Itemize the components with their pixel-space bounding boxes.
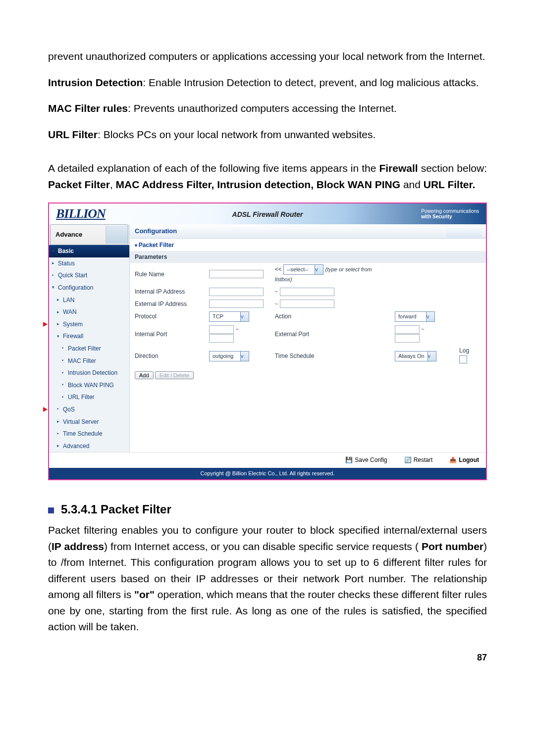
nav-virtual-server[interactable]: ▸Virtual Server	[49, 416, 129, 428]
external-port-to-input[interactable]	[395, 334, 420, 343]
nav-block-wan-ping[interactable]: •Block WAN PING	[49, 379, 129, 392]
header-illustration	[446, 225, 481, 238]
label-external-ip: External IP Address	[130, 298, 204, 310]
arrow-left-icon: <<	[275, 266, 282, 273]
protocol-select[interactable]: TCPv	[209, 311, 249, 322]
nav-time-schedule[interactable]: •Time Schedule	[49, 428, 129, 440]
page-number: 87	[48, 651, 487, 665]
label-action: Action	[270, 310, 390, 323]
internal-ip-from-input[interactable]	[209, 288, 264, 296]
label-internal-port: Internal Port	[130, 323, 204, 345]
paragraph-explain: A detailed explanation of each of the fo…	[48, 160, 487, 193]
time-schedule-select[interactable]: Always Onv	[395, 351, 436, 361]
paragraph-intro-cont: prevent unauthorized computers or applic…	[48, 49, 487, 65]
internal-port-to-input[interactable]	[209, 334, 234, 343]
nav-basic[interactable]: •Basic	[49, 245, 129, 257]
router-title: ADSL Firewall Router	[49, 209, 486, 220]
tab-illustration	[106, 226, 128, 244]
paragraph-mac: MAC Filter rules: Prevents unauthorized …	[48, 101, 487, 117]
configuration-bar: Configuration	[130, 224, 486, 239]
parameters-header: Parameters	[130, 251, 486, 263]
router-footer: 💾Save Config 🔄Restart 📤Logout	[49, 452, 486, 468]
external-port-from-input[interactable]	[395, 325, 420, 334]
chevron-down-icon: v	[240, 312, 249, 321]
rule-name-select[interactable]: --select--v	[283, 264, 323, 275]
save-icon: 💾	[345, 456, 353, 463]
copyright: Copyright @ Billion Electric Co., Ltd. A…	[49, 468, 486, 479]
label-external-port: External Port	[270, 323, 390, 345]
nav-url-filter[interactable]: •URL Filter	[49, 391, 129, 403]
nav-firewall[interactable]: ▾Firewall	[49, 330, 129, 343]
nav-configuration[interactable]: ▾Configuration	[49, 282, 129, 294]
label-log: Log	[459, 347, 469, 354]
add-button[interactable]: Add	[135, 371, 154, 379]
log-checkbox[interactable]	[459, 355, 467, 363]
router-screenshot: BILLION ADSL Firewall Router Powering co…	[48, 202, 487, 480]
nav-intrusion-detection[interactable]: •Intrusion Detection	[49, 367, 129, 379]
label-internal-ip: Internal IP Address	[130, 286, 204, 298]
logout-link[interactable]: 📤Logout	[449, 455, 479, 465]
nav-advanced[interactable]: ▸Advanced	[49, 440, 129, 453]
nav-wan[interactable]: ▸WAN	[49, 306, 129, 318]
nav-packet-filter[interactable]: •Packet Filter	[49, 343, 129, 355]
paragraph-ids: Intrusion Detection: Enable Intrusion De…	[48, 75, 487, 91]
nav-mac-filter[interactable]: •MAC Filter	[49, 355, 129, 367]
nav-qos[interactable]: •QoS	[49, 403, 129, 416]
section-header-packet-filter: Packet Filter	[130, 239, 486, 251]
chevron-down-icon: v	[240, 352, 249, 361]
restart-icon: 🔄	[404, 456, 412, 463]
label-direction: Direction	[130, 345, 204, 367]
external-ip-to-input[interactable]	[280, 300, 334, 308]
internal-ip-to-input[interactable]	[280, 288, 334, 296]
section-heading: 5.3.4.1 Packet Filter	[48, 500, 487, 518]
router-header: BILLION ADSL Firewall Router Powering co…	[49, 203, 486, 224]
external-ip-from-input[interactable]	[209, 300, 264, 308]
direction-select[interactable]: outgoingv	[209, 351, 249, 361]
rule-name-input[interactable]	[209, 270, 264, 278]
nav-lan[interactable]: ▸LAN	[49, 294, 129, 306]
nav-status[interactable]: ▸Status	[49, 257, 129, 270]
restart-link[interactable]: 🔄Restart	[404, 455, 433, 465]
logout-icon: 📤	[449, 456, 457, 463]
paragraph-packet-filter: Packet filtering enables you to configur…	[48, 522, 487, 635]
tab-advance[interactable]: Advance	[50, 224, 128, 245]
action-select[interactable]: forwardv	[395, 311, 435, 322]
label-rule-name: Rule Name	[130, 263, 204, 286]
paragraph-url: URL Filter: Blocks PCs on your local net…	[48, 127, 487, 143]
edit-delete-button[interactable]: Edit / Delete	[155, 371, 194, 379]
nav-system[interactable]: ▸System	[49, 318, 129, 331]
label-protocol: Protocol	[130, 310, 204, 323]
chevron-down-icon: v	[426, 312, 434, 321]
packet-filter-form: Rule Name << --select--v (type or select…	[130, 263, 486, 381]
save-config-link[interactable]: 💾Save Config	[345, 455, 387, 465]
chevron-down-icon: v	[315, 265, 323, 274]
internal-port-from-input[interactable]	[209, 325, 234, 334]
square-bullet-icon	[48, 507, 54, 513]
sidebar: Advance •Basic ▸Status •Quick Start ▾Con…	[49, 224, 130, 452]
chevron-down-icon: v	[428, 352, 436, 361]
nav-quickstart[interactable]: •Quick Start	[49, 269, 129, 282]
label-time-schedule: Time Schedule	[270, 345, 390, 367]
